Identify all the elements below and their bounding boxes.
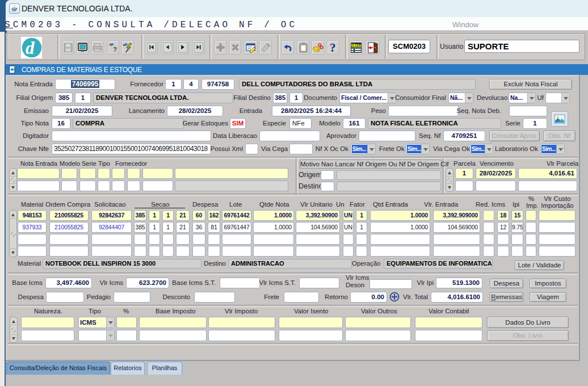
svg-text:Menu: Menu [351,43,361,48]
svg-text:?: ? [114,47,117,53]
svg-text:?: ? [330,41,336,54]
svg-text:d: d [26,38,35,58]
